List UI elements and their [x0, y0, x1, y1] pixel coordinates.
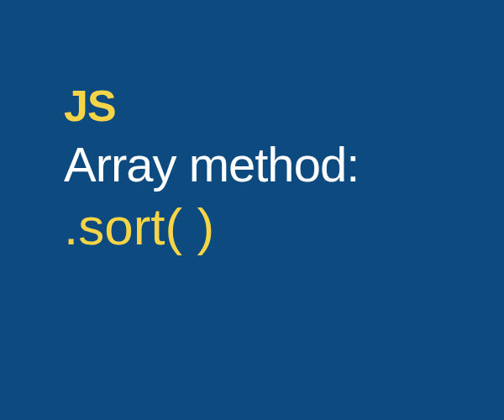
- title-card: JS Array method: .sort( ): [0, 0, 504, 255]
- card-title: Array method:: [64, 138, 504, 192]
- js-label: JS: [64, 84, 504, 128]
- method-name: .sort( ): [64, 198, 504, 255]
